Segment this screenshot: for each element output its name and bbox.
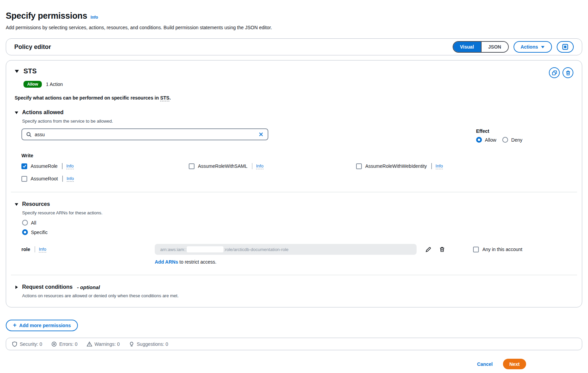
actions-dropdown-button[interactable]: Actions xyxy=(514,41,552,53)
description-service-term[interactable]: STS xyxy=(160,95,169,101)
search-effect-row: Effect Allow Deny xyxy=(15,128,573,143)
effect-label: Effect xyxy=(476,128,522,134)
window-panel-icon xyxy=(562,44,568,50)
any-account-row: Any in this account xyxy=(473,247,522,252)
action-row-assumerolewithsaml: AssumeRoleWithSAML Info xyxy=(189,163,356,169)
delete-arn-icon[interactable] xyxy=(439,247,445,252)
resource-scope-radio-group: All Specific xyxy=(22,220,573,235)
request-conditions-hint: Actions on resources are allowed or deni… xyxy=(22,293,573,298)
effect-radio-deny[interactable]: Deny xyxy=(502,137,522,143)
page-title: Specify permissions xyxy=(6,11,87,21)
checkbox-unchecked-icon[interactable] xyxy=(189,163,195,169)
cancel-button[interactable]: Cancel xyxy=(477,361,493,367)
add-more-permissions-button[interactable]: + Add more permissions xyxy=(6,320,78,331)
status-security[interactable]: Security: 0 xyxy=(12,341,42,347)
status-warnings-label: Warnings: 0 xyxy=(95,341,120,347)
add-arns-link[interactable]: Add ARNs xyxy=(155,259,178,265)
warning-triangle-icon xyxy=(87,341,92,347)
status-security-label: Security: 0 xyxy=(20,341,42,347)
status-errors[interactable]: Errors: 0 xyxy=(51,341,78,347)
action-row-assumerolewithwebidentity: AssumeRoleWithWebIdentity Info xyxy=(356,163,573,169)
action-row-assumeroot: AssumeRoot Info xyxy=(21,176,189,182)
actions-allowed-heading-label: Actions allowed xyxy=(22,109,64,116)
add-more-permissions-label: Add more permissions xyxy=(19,323,71,328)
action-label: AssumeRoleWithSAML xyxy=(198,163,248,169)
split-panel-button[interactable] xyxy=(557,41,574,53)
action-label: AssumeRoot xyxy=(31,176,58,181)
search-icon xyxy=(26,132,32,137)
policy-validation-bar: Security: 0 Errors: 0 Warnings: 0 xyxy=(6,338,582,350)
effect-deny-label: Deny xyxy=(511,137,522,143)
effect-radio-allow[interactable]: Allow xyxy=(476,137,496,143)
request-conditions-label: Request conditions xyxy=(22,284,72,290)
page-title-info-link[interactable]: Info xyxy=(90,15,98,20)
action-info-link[interactable]: Info xyxy=(436,163,443,169)
checkbox-unchecked-icon[interactable] xyxy=(21,176,27,182)
section-divider xyxy=(11,275,577,275)
action-info-link[interactable]: Info xyxy=(67,176,74,182)
status-errors-label: Errors: 0 xyxy=(59,341,78,347)
radio-selected-icon xyxy=(22,229,28,235)
delete-statement-button[interactable] xyxy=(562,67,573,78)
action-search-input[interactable] xyxy=(35,132,255,137)
action-search-box xyxy=(21,128,268,140)
editor-mode-toggle: Visual JSON xyxy=(453,41,509,53)
vertical-divider xyxy=(62,176,63,182)
any-account-label: Any in this account xyxy=(482,247,522,252)
statement-title-row[interactable]: STS xyxy=(15,67,37,75)
edit-arn-icon[interactable] xyxy=(425,247,431,252)
page-subtitle: Add permissions by selecting services, a… xyxy=(6,25,582,30)
statement-description: Specify what actions can be performed on… xyxy=(15,95,573,101)
policy-editor-title: Policy editor xyxy=(14,43,51,51)
action-info-link[interactable]: Info xyxy=(256,163,264,169)
page-header: Specify permissions Info xyxy=(6,11,582,21)
resource-scope-specific[interactable]: Specific xyxy=(22,229,573,235)
arn-prefix: arn:aws:iam:: xyxy=(160,247,186,252)
status-suggestions[interactable]: Suggestions: 0 xyxy=(129,341,168,347)
wizard-footer: Cancel Next xyxy=(6,359,582,369)
action-info-link[interactable]: Info xyxy=(66,163,74,169)
status-warnings[interactable]: Warnings: 0 xyxy=(87,341,120,347)
resources-heading-label: Resources xyxy=(22,201,50,207)
chevron-down-icon xyxy=(541,45,545,49)
vertical-divider xyxy=(252,163,253,169)
checkbox-checked-icon[interactable] xyxy=(21,163,27,169)
clear-search-icon[interactable] xyxy=(258,132,264,137)
radio-selected-icon xyxy=(476,137,482,143)
checkbox-unchecked-icon[interactable] xyxy=(473,247,479,252)
toggle-visual[interactable]: Visual xyxy=(453,42,481,52)
statement-header: STS xyxy=(15,67,573,78)
vertical-divider xyxy=(431,163,432,169)
role-info-link[interactable]: Info xyxy=(39,247,46,252)
effect-block: Effect Allow Deny xyxy=(476,128,522,143)
add-arns-line: Add ARNs to restrict access. xyxy=(155,259,573,265)
toggle-json[interactable]: JSON xyxy=(481,42,508,52)
vertical-divider xyxy=(62,163,63,169)
error-circle-icon xyxy=(51,341,57,347)
caret-right-icon xyxy=(15,285,18,289)
scope-all-label: All xyxy=(31,220,36,226)
resource-scope-all[interactable]: All xyxy=(22,220,573,226)
arn-action-icons xyxy=(425,247,445,252)
plus-icon: + xyxy=(13,322,17,328)
resources-heading[interactable]: Resources xyxy=(15,201,573,207)
caret-down-icon xyxy=(15,69,19,73)
actions-allowed-hint: Specify actions from the service to be a… xyxy=(22,119,573,124)
description-suffix: . xyxy=(169,95,171,101)
request-conditions-heading[interactable]: Request conditions - optional xyxy=(15,284,573,290)
statement-actions xyxy=(549,67,573,78)
caret-down-icon xyxy=(15,111,18,114)
resource-arn-field[interactable]: arn:aws:iam:::role/arcticdb-documentatio… xyxy=(155,244,417,255)
suggestion-bulb-icon xyxy=(129,341,134,347)
action-row-assumerole: AssumeRole Info xyxy=(21,163,189,169)
radio-unselected-icon xyxy=(22,220,28,226)
statement-card-sts: STS xyxy=(6,60,582,307)
actions-allowed-heading[interactable]: Actions allowed xyxy=(15,109,573,116)
policy-editor-controls: Visual JSON Actions xyxy=(453,41,574,53)
next-button[interactable]: Next xyxy=(503,359,526,369)
vertical-divider xyxy=(35,246,35,252)
duplicate-statement-button[interactable] xyxy=(549,67,560,78)
resource-role-row: role Info arn:aws:iam:::role/arcticdb-do… xyxy=(21,244,573,255)
checkbox-unchecked-icon[interactable] xyxy=(356,163,362,169)
description-prefix: Specify what actions can be performed on… xyxy=(15,95,159,101)
